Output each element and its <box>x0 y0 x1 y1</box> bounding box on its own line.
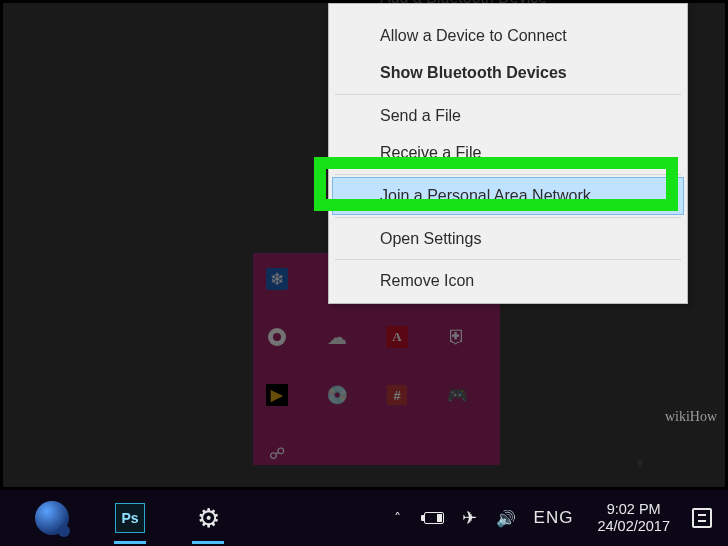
taskbar-chat-app[interactable] <box>30 496 74 540</box>
tray-snowflake-icon[interactable]: ❄ <box>265 267 289 291</box>
menu-show-bluetooth-devices[interactable]: Show Bluetooth Devices <box>332 54 684 92</box>
tray-misc-icon[interactable]: ☍ <box>265 441 289 465</box>
tray-disc-icon[interactable]: 💿 <box>325 383 349 407</box>
clock-date: 24/02/2017 <box>597 518 670 535</box>
tray-onedrive-icon[interactable]: ☁ <box>325 325 349 349</box>
menu-allow-device-connect[interactable]: Allow a Device to Connect <box>332 17 684 55</box>
desktop-area: ❄ ☁ A ⛨ ▶ 💿 # 🎮 ☍ Add a Bluetooth Device… <box>3 3 725 487</box>
tray-plex-icon[interactable]: ▶ <box>265 383 289 407</box>
language-indicator[interactable]: ENG <box>532 508 576 528</box>
tray-steam-icon[interactable]: 🎮 <box>445 383 469 407</box>
taskbar-photoshop-app[interactable]: Ps <box>108 496 152 540</box>
menu-send-file[interactable]: Send a File <box>332 97 684 135</box>
taskbar-system-area: ˄ ✈ 🔊 ENG 9:02 PM 24/02/2017 <box>388 490 728 546</box>
taskbar-clock[interactable]: 9:02 PM 24/02/2017 <box>591 501 676 536</box>
menu-receive-file[interactable]: Receive a File <box>332 134 684 172</box>
action-center-icon[interactable] <box>692 490 712 546</box>
tray-camera-icon[interactable] <box>265 325 289 349</box>
menu-separator <box>335 217 681 218</box>
taskbar[interactable]: Ps ⚙ ˄ ✈ 🔊 ENG 9:02 PM 24/02/2017 <box>0 490 728 546</box>
menu-add-bluetooth-device[interactable]: Add a Bluetooth Device <box>332 0 684 17</box>
airplane-mode-icon[interactable]: ✈ <box>460 490 480 546</box>
tray-defender-icon[interactable]: ⛨ <box>445 325 469 349</box>
battery-icon[interactable] <box>424 490 444 546</box>
bluetooth-context-menu[interactable]: Add a Bluetooth Device Allow a Device to… <box>328 3 688 304</box>
menu-separator <box>335 94 681 95</box>
taskbar-apps: Ps ⚙ <box>0 496 230 540</box>
volume-icon[interactable]: 🔊 <box>496 490 516 546</box>
menu-open-settings[interactable]: Open Settings <box>332 220 684 258</box>
tray-adobe-icon[interactable]: A <box>385 325 409 349</box>
photoshop-icon: Ps <box>115 503 145 533</box>
menu-separator <box>335 174 681 175</box>
clock-time: 9:02 PM <box>607 501 661 518</box>
tray-overflow-chevron-icon[interactable]: ˄ <box>388 490 408 546</box>
scroll-down-chevron-icon[interactable]: ▾ <box>633 456 647 470</box>
gear-icon: ⚙ <box>197 503 220 534</box>
tray-slack-icon[interactable]: # <box>385 383 409 407</box>
chat-bubble-icon <box>35 501 69 535</box>
wikihow-watermark: wikiHow <box>665 409 717 425</box>
menu-remove-icon[interactable]: Remove Icon <box>332 262 684 300</box>
menu-separator <box>335 259 681 260</box>
taskbar-settings-app[interactable]: ⚙ <box>186 496 230 540</box>
menu-join-personal-area-network[interactable]: Join a Personal Area Network <box>332 177 684 215</box>
